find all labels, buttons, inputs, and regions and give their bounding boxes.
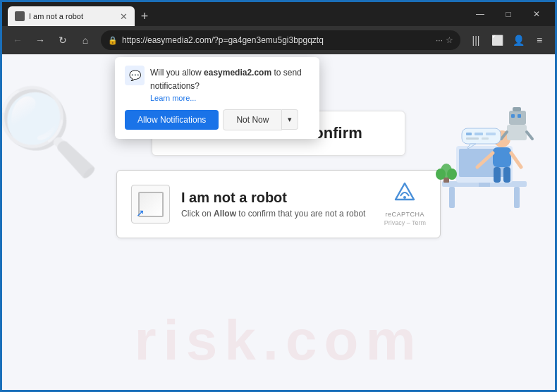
svg-rect-26 xyxy=(482,137,489,140)
notification-text: Will you allow easymedia2.com to send no… xyxy=(150,68,302,91)
extensions-button[interactable]: ⬜ xyxy=(487,30,507,50)
page-illustration xyxy=(400,90,541,231)
new-tab-button[interactable]: + xyxy=(135,6,154,26)
address-bar[interactable]: 🔒 https://easymedia2.com/?p=ga4gen3emu5g… xyxy=(101,30,460,50)
captcha-text-area: I am not a robot Click on Allow to confi… xyxy=(181,190,373,219)
nav-bar: ← → ↻ ⌂ 🔒 https://easymedia2.com/?p=ga4g… xyxy=(2,26,555,54)
svg-rect-16 xyxy=(513,107,521,111)
active-tab[interactable]: I am not a robot ✕ xyxy=(8,6,135,26)
back-button[interactable]: ← xyxy=(8,30,27,50)
menu-button[interactable]: ≡ xyxy=(530,30,549,50)
reload-button[interactable]: ↻ xyxy=(53,30,73,50)
tab-title: I am not a robot xyxy=(29,12,116,20)
svg-rect-6 xyxy=(479,183,490,187)
svg-rect-24 xyxy=(486,133,496,135)
svg-rect-12 xyxy=(503,167,510,183)
svg-rect-22 xyxy=(466,133,472,135)
toolbar-right: ||| ⬜ 👤 ≡ xyxy=(466,30,549,50)
svg-rect-8 xyxy=(493,147,511,167)
profile-button[interactable]: 👤 xyxy=(508,30,528,50)
notification-popup: 💬 Will you allow easymedia2.com to send … xyxy=(115,57,319,139)
browser-content: 💬 Will you allow easymedia2.com to send … xyxy=(2,54,555,392)
notification-buttons: Allow Notifications Not Now ▾ xyxy=(125,109,310,130)
notification-message: Will you allow easymedia2.com to send no… xyxy=(150,66,310,102)
svg-rect-2 xyxy=(449,187,455,208)
title-bar: I am not a robot ✕ + — □ ✕ xyxy=(2,2,555,26)
captcha-image: ↗ xyxy=(131,185,170,223)
svg-rect-23 xyxy=(475,133,483,135)
svg-rect-15 xyxy=(518,114,521,118)
captcha-description: Click on Allow to confirm that you are n… xyxy=(181,209,373,219)
bookmark-star-icon[interactable]: ☆ xyxy=(446,35,453,45)
watermark-text: risk.com xyxy=(2,287,555,392)
forward-button[interactable]: → xyxy=(30,30,50,50)
not-now-dropdown-button[interactable]: ▾ xyxy=(282,109,298,130)
svg-point-30 xyxy=(447,169,457,180)
security-lock-icon: 🔒 xyxy=(108,36,118,45)
tab-area: I am not a robot ✕ + xyxy=(8,2,466,26)
more-options-icon[interactable]: ··· xyxy=(436,35,443,45)
address-icons: ··· ☆ xyxy=(436,35,453,45)
learn-more-link[interactable]: Learn more... xyxy=(150,94,310,102)
svg-line-19 xyxy=(527,132,532,139)
svg-point-29 xyxy=(436,169,446,180)
svg-rect-20 xyxy=(462,128,501,144)
maximize-button[interactable]: □ xyxy=(494,2,522,26)
bookmarks-button[interactable]: ||| xyxy=(466,30,486,50)
svg-rect-14 xyxy=(511,114,515,118)
captcha-arrow-icon: ↗ xyxy=(136,207,145,219)
tab-favicon xyxy=(15,11,25,21)
svg-rect-25 xyxy=(466,137,479,140)
svg-rect-17 xyxy=(507,125,527,140)
captcha-box: ↗ I am not a robot Click on Allow to con… xyxy=(116,170,441,238)
home-button[interactable]: ⌂ xyxy=(75,30,95,50)
svg-line-10 xyxy=(511,153,521,167)
url-text: https://easymedia2.com/?p=ga4gen3emu5gi3… xyxy=(122,35,431,45)
notification-header: 💬 Will you allow easymedia2.com to send … xyxy=(125,66,310,102)
svg-rect-3 xyxy=(514,187,520,208)
not-now-button[interactable]: Not Now xyxy=(223,109,282,130)
notification-bell-icon: 💬 xyxy=(125,66,145,85)
svg-rect-13 xyxy=(509,111,526,125)
captcha-title: I am not a robot xyxy=(181,190,373,206)
tab-close-button[interactable]: ✕ xyxy=(120,12,128,21)
minimize-button[interactable]: — xyxy=(466,2,494,26)
svg-rect-11 xyxy=(494,167,501,183)
allow-notifications-button[interactable]: Allow Notifications xyxy=(125,110,219,130)
window-controls: — □ ✕ xyxy=(466,2,555,26)
close-button[interactable]: ✕ xyxy=(522,2,551,26)
